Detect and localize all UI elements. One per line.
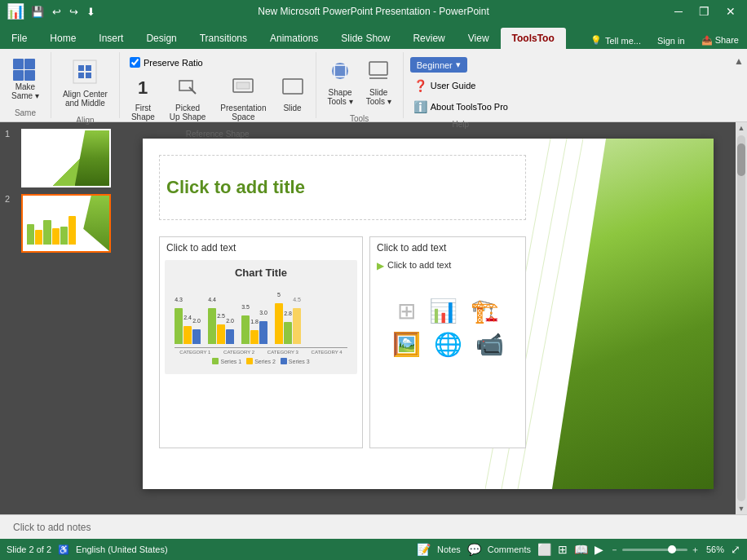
- right-bullet-item: ▶ Click to add text: [370, 258, 525, 273]
- tab-slideshow[interactable]: Slide Show: [329, 28, 401, 49]
- preserve-ratio-label: Preserve Ratio: [144, 58, 203, 68]
- icons-row-1: ⊞ 📊 🏗️: [397, 298, 499, 324]
- scroll-thumb[interactable]: [737, 143, 745, 176]
- notes-bar[interactable]: Click to add notes: [0, 514, 747, 539]
- presentation-space-button[interactable]: PresentationSpace: [215, 73, 271, 125]
- first-shape-button[interactable]: 1 FirstShape: [126, 73, 160, 125]
- zoom-out-button[interactable]: －: [610, 544, 619, 556]
- picture-icon[interactable]: 🖼️: [392, 331, 421, 358]
- legend-series3: Series 3: [281, 358, 310, 364]
- tab-home[interactable]: Home: [38, 28, 87, 49]
- restore-button[interactable]: ❒: [694, 3, 714, 20]
- slide-1-image[interactable]: [21, 129, 111, 187]
- level-dropdown[interactable]: Beginner ▾: [410, 57, 467, 73]
- undo-button[interactable]: ↩: [49, 4, 64, 20]
- slideshow-button[interactable]: ▶: [595, 543, 603, 556]
- legend-series2: Series 2: [246, 358, 276, 364]
- shape-tools-button[interactable]: ShapeTools ▾: [323, 55, 358, 109]
- online-picture-icon[interactable]: 🌐: [434, 331, 462, 358]
- zoom-in-button[interactable]: ＋: [691, 544, 700, 556]
- svg-rect-4: [86, 73, 91, 78]
- scroll-up-button[interactable]: ▲: [736, 122, 747, 134]
- tab-toolstoo[interactable]: ToolsToo: [501, 28, 566, 49]
- smartart-icon[interactable]: 🏗️: [471, 298, 499, 324]
- accessibility-icon[interactable]: ♿: [58, 545, 69, 555]
- shape-tools-label: ShapeTools ▾: [328, 88, 353, 106]
- scroll-track[interactable]: [737, 135, 745, 501]
- slide-sorter-button[interactable]: ⊞: [558, 543, 568, 556]
- about-toolstoo-label: About ToolsToo Pro: [431, 102, 508, 112]
- chart-icon[interactable]: 📊: [429, 298, 457, 324]
- comments-button[interactable]: 💬: [467, 543, 481, 556]
- make-same-button[interactable]: MakeSame ▾: [7, 55, 44, 104]
- close-button[interactable]: ✕: [721, 3, 740, 20]
- slide-tools-button[interactable]: SlideTools ▾: [361, 55, 396, 109]
- slide-canvas[interactable]: Click to add title Click to add text Cha…: [143, 139, 714, 489]
- title-bar-left: 📊 💾 ↩ ↪ ⬇: [7, 2, 99, 20]
- slide-content-right[interactable]: Click to add text ▶ Click to add text ⊞ …: [369, 236, 526, 448]
- save-button[interactable]: 💾: [28, 4, 47, 20]
- reference-group-content: Preserve Ratio 1 FirstShape: [125, 52, 311, 128]
- picked-shape-button[interactable]: PickedUp Shape: [165, 73, 210, 125]
- user-guide-button[interactable]: ❓ User Guide: [410, 77, 480, 94]
- redo-button[interactable]: ↪: [66, 4, 82, 20]
- tab-animations[interactable]: Animations: [259, 28, 329, 49]
- legend-dot-3: [281, 358, 287, 364]
- tab-transitions[interactable]: Transitions: [188, 28, 259, 49]
- picked-shape-label: PickedUp Shape: [170, 104, 206, 121]
- dropdown-arrow-icon: ▾: [456, 60, 461, 70]
- customize-button[interactable]: ⬇: [83, 4, 99, 20]
- ribbon-group-help: Beginner ▾ ❓ User Guide ℹ️ About ToolsTo…: [404, 52, 518, 118]
- slide-thumbnail-2[interactable]: 2: [5, 194, 116, 253]
- slide-2-image[interactable]: [21, 194, 111, 253]
- slide-title-area[interactable]: Click to add title: [159, 155, 526, 220]
- ribbon-collapse-button[interactable]: ▲: [734, 55, 744, 67]
- tools-group-label: Tools: [321, 112, 398, 125]
- tab-insert[interactable]: Insert: [87, 28, 135, 49]
- slide-tools-icon: [366, 59, 391, 86]
- tab-file[interactable]: File: [0, 28, 38, 49]
- zoom-control[interactable]: － ＋: [610, 544, 700, 556]
- normal-view-button[interactable]: ⬜: [537, 543, 551, 556]
- notes-tab-button[interactable]: 📝: [417, 543, 431, 556]
- fit-slide-button[interactable]: ⤢: [731, 543, 740, 556]
- slide-2-chart: [27, 216, 76, 245]
- bar-group-4: 5 2.8 4.5: [275, 303, 301, 344]
- share-button[interactable]: 📤 Share: [693, 32, 747, 49]
- tab-design[interactable]: Design: [135, 28, 188, 49]
- bar-val-3-1: 3.5: [241, 304, 250, 310]
- reading-view-button[interactable]: 📖: [574, 543, 588, 556]
- legend-dot-1: [212, 358, 219, 364]
- tab-view[interactable]: View: [457, 28, 501, 49]
- align-group-content: Align Centerand Middle: [56, 52, 114, 114]
- scroll-down-button[interactable]: ▼: [736, 503, 747, 514]
- notes-status-label: Notes: [437, 545, 461, 554]
- slide-thumbnail-1[interactable]: 1: [5, 129, 116, 187]
- bar-val-4-2: 2.8: [284, 311, 292, 316]
- right-bullet-text: Click to add text: [387, 260, 451, 270]
- presentation-space-icon: [232, 76, 254, 102]
- slide-icon: [281, 76, 304, 102]
- minimize-button[interactable]: ─: [670, 3, 687, 20]
- table-icon[interactable]: ⊞: [397, 298, 416, 324]
- tab-review[interactable]: Review: [401, 28, 456, 49]
- sign-in-button[interactable]: Sign in: [649, 33, 693, 49]
- preserve-ratio-checkbox[interactable]: [130, 57, 140, 68]
- svg-text:1: 1: [138, 77, 148, 98]
- video-icon[interactable]: 📹: [475, 331, 504, 358]
- tell-me-input[interactable]: 💡 Tell me...: [582, 32, 649, 49]
- presentation-space-label: PresentationSpace: [220, 104, 266, 121]
- vertical-scrollbar[interactable]: ▲ ▼: [736, 122, 747, 514]
- question-icon: ❓: [413, 79, 427, 92]
- align-center-middle-button[interactable]: Align Centerand Middle: [58, 55, 113, 111]
- help-group-label: Help: [409, 118, 513, 130]
- slide-content-left[interactable]: Click to add text Chart Title 4.3 2.4: [159, 236, 363, 448]
- cat-4: CATEGORY 4: [306, 350, 347, 355]
- svg-rect-8: [236, 82, 250, 89]
- bar-val-2-2: 2.5: [217, 313, 225, 319]
- zoom-track[interactable]: [622, 549, 687, 551]
- slide-button[interactable]: Slide: [276, 73, 309, 116]
- slide-panel: 1 2: [0, 122, 121, 514]
- zoom-thumb[interactable]: [668, 545, 676, 553]
- about-toolstoo-button[interactable]: ℹ️ About ToolsToo Pro: [410, 99, 511, 115]
